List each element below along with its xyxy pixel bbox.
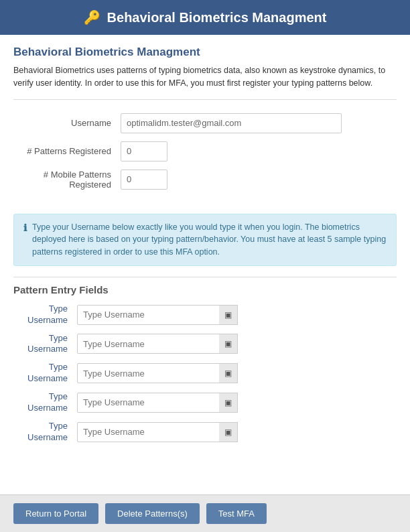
pattern-rows-container: TypeUsername▣TypeUsername▣TypeUsername▣T… (13, 304, 397, 444)
delete-button[interactable]: Delete Patterns(s) (105, 503, 200, 524)
main-content: Behavioral Biometrics Managment Behavior… (0, 35, 410, 494)
section-title: Behavioral Biometrics Managment (13, 46, 397, 59)
pattern-row-2: TypeUsername▣ (13, 333, 397, 356)
pattern-row-4: TypeUsername▣ (13, 391, 397, 414)
pattern-input-3[interactable] (77, 363, 238, 383)
pattern-label-4: TypeUsername (13, 391, 77, 414)
pattern-input-4[interactable] (77, 393, 238, 413)
page-header: 🔑 Behavioral Biometrics Managment (0, 0, 410, 35)
pattern-label-1: TypeUsername (13, 304, 77, 326)
pattern-input-icon-3[interactable]: ▣ (219, 363, 238, 383)
pattern-input-5[interactable] (77, 422, 238, 442)
pattern-input-wrapper-2: ▣ (77, 334, 238, 354)
pattern-input-2[interactable] (77, 334, 238, 354)
mobile-patterns-label: # Mobile Patterns Registered (13, 170, 121, 190)
divider-1 (13, 99, 397, 100)
pattern-input-icon-5[interactable]: ▣ (219, 422, 238, 442)
form-section: Username # Patterns Registered # Mobile … (13, 107, 397, 207)
pattern-row-5: TypeUsername▣ (13, 421, 397, 444)
divider-2 (13, 277, 397, 277)
username-label: Username (13, 118, 121, 128)
username-input[interactable] (121, 113, 342, 133)
pattern-input-icon-2[interactable]: ▣ (219, 334, 238, 354)
patterns-input[interactable] (121, 141, 167, 161)
patterns-label: # Patterns Registered (13, 146, 121, 156)
pattern-label-2: TypeUsername (13, 333, 77, 356)
username-row: Username (13, 113, 397, 133)
pattern-input-icon-1[interactable]: ▣ (219, 305, 238, 325)
pattern-row-3: TypeUsername▣ (13, 362, 397, 385)
button-bar: Return to Portal Delete Patterns(s) Test… (0, 494, 410, 532)
header-title: Behavioral Biometrics Managment (107, 10, 327, 25)
key-icon: 🔑 (84, 9, 100, 25)
pattern-input-wrapper-5: ▣ (77, 422, 238, 442)
pattern-input-1[interactable] (77, 305, 238, 325)
pattern-label-5: TypeUsername (13, 421, 77, 444)
pattern-row-1: TypeUsername▣ (13, 304, 397, 326)
pattern-section: Pattern Entry Fields TypeUsername▣TypeUs… (13, 284, 397, 444)
pattern-section-title: Pattern Entry Fields (13, 284, 397, 295)
mobile-patterns-row: # Mobile Patterns Registered (13, 170, 397, 190)
mobile-patterns-input[interactable] (121, 170, 167, 190)
info-box: ℹ Type your Username below exactly like … (13, 214, 397, 266)
pattern-input-wrapper-4: ▣ (77, 393, 238, 413)
section-description: Behavioral Biometrics uses patterns of t… (13, 64, 397, 90)
test-mfa-button[interactable]: Test MFA (206, 503, 267, 524)
patterns-row: # Patterns Registered (13, 141, 397, 161)
info-icon: ℹ (23, 221, 27, 259)
pattern-label-3: TypeUsername (13, 362, 77, 385)
pattern-input-wrapper-1: ▣ (77, 305, 238, 325)
return-button[interactable]: Return to Portal (13, 503, 98, 524)
info-box-text: Type your Username below exactly like yo… (32, 221, 387, 259)
pattern-input-icon-4[interactable]: ▣ (219, 393, 238, 413)
pattern-input-wrapper-3: ▣ (77, 363, 238, 383)
